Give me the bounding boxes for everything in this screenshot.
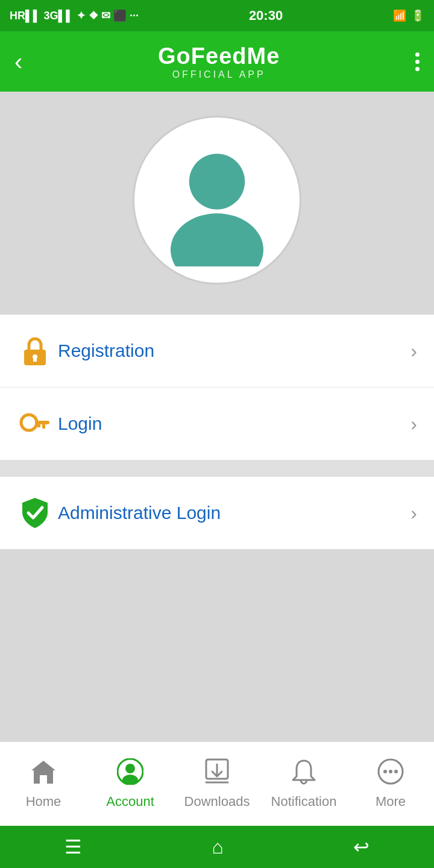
svg-rect-8 — [37, 424, 40, 427]
avatar-silhouette — [151, 134, 283, 266]
dot2 — [415, 60, 420, 64]
home-nav-label: Home — [26, 794, 61, 810]
admin-login-label: Administrative Login — [58, 503, 410, 523]
notification-nav-label: Notification — [271, 794, 337, 810]
registration-chevron: › — [410, 340, 417, 362]
nav-more[interactable]: More — [347, 758, 434, 810]
battery-icon: 🔋 — [411, 9, 424, 22]
system-home-button[interactable]: ⌂ — [212, 836, 223, 858]
system-menu-button[interactable]: ☰ — [64, 835, 82, 858]
profile-section — [0, 92, 434, 315]
brand-name: GoFeedMe — [158, 43, 280, 69]
svg-rect-7 — [42, 424, 45, 429]
nav-account[interactable]: Account — [87, 758, 174, 810]
more-nav-icon — [377, 758, 404, 789]
signal-indicators: HR▌▌ 3G▌▌ ✦ ❖ ✉ ⬛ ··· — [10, 9, 139, 22]
shield-icon — [17, 495, 53, 531]
svg-marker-9 — [31, 761, 55, 784]
svg-point-17 — [383, 770, 387, 773]
svg-point-18 — [389, 770, 392, 773]
lock-icon — [17, 333, 53, 369]
back-button[interactable]: ‹ — [14, 49, 22, 74]
app-bar: ‹ GoFeedMe OFFICIAL APP — [0, 31, 434, 92]
admin-login-menu-item[interactable]: Administrative Login › — [0, 477, 434, 549]
admin-section: Administrative Login › — [0, 477, 434, 549]
account-nav-icon — [117, 758, 143, 789]
section-divider — [0, 460, 434, 477]
menu-section: Registration › Login › — [0, 315, 434, 460]
login-chevron: › — [410, 413, 417, 435]
empty-content-area — [0, 549, 434, 741]
nav-home[interactable]: Home — [0, 758, 87, 810]
status-time: 20:30 — [249, 8, 283, 24]
more-nav-label: More — [376, 794, 406, 810]
app-title: GoFeedMe OFFICIAL APP — [158, 43, 280, 80]
home-nav-icon — [30, 758, 57, 789]
svg-rect-4 — [33, 357, 37, 362]
nav-downloads[interactable]: Downloads — [174, 758, 260, 810]
notification-nav-icon — [291, 758, 317, 789]
svg-point-19 — [394, 770, 398, 773]
registration-menu-item[interactable]: Registration › — [0, 315, 434, 388]
account-nav-label: Account — [106, 794, 154, 810]
login-label: Login — [58, 414, 410, 434]
login-menu-item[interactable]: Login › — [0, 388, 434, 460]
system-back-button[interactable]: ↩ — [353, 835, 370, 858]
dot1 — [415, 52, 420, 57]
svg-point-5 — [21, 415, 37, 430]
nav-notification[interactable]: Notification — [260, 758, 347, 810]
svg-point-11 — [125, 764, 135, 773]
svg-point-0 — [189, 154, 245, 209]
status-left: HR▌▌ 3G▌▌ ✦ ❖ ✉ ⬛ ··· — [10, 9, 139, 22]
svg-rect-6 — [35, 421, 49, 424]
key-icon — [17, 406, 53, 442]
system-bar: ☰ ⌂ ↩ — [0, 826, 434, 868]
downloads-nav-icon — [204, 758, 230, 789]
svg-point-12 — [122, 775, 138, 785]
wifi-icon: 📶 — [393, 9, 406, 22]
brand-subtitle: OFFICIAL APP — [158, 69, 280, 80]
svg-point-1 — [171, 213, 263, 266]
status-right: 📶 🔋 — [393, 9, 424, 22]
registration-label: Registration — [58, 341, 410, 361]
avatar-circle[interactable] — [133, 116, 301, 285]
admin-login-chevron: › — [410, 502, 417, 524]
overflow-menu-button[interactable] — [415, 52, 420, 71]
bottom-navigation: Home Account Downloads — [0, 741, 434, 826]
status-bar: HR▌▌ 3G▌▌ ✦ ❖ ✉ ⬛ ··· 20:30 📶 🔋 — [0, 0, 434, 31]
downloads-nav-label: Downloads — [184, 794, 250, 810]
dot3 — [415, 67, 420, 71]
